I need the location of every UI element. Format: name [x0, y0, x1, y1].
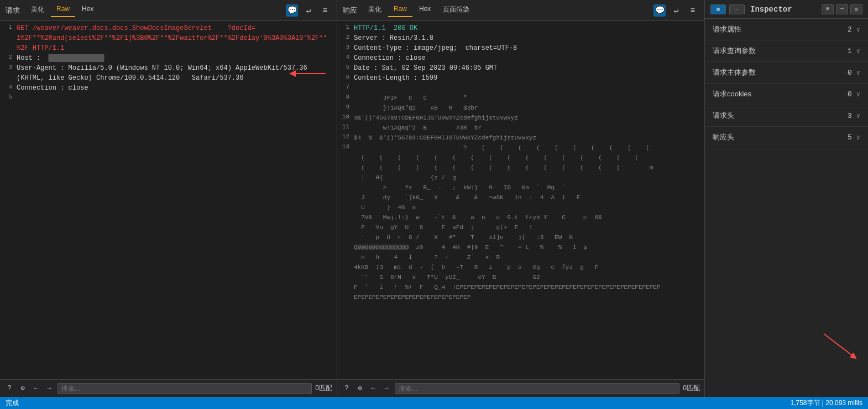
response-line-7: 7	[337, 83, 704, 93]
request-line-4: 4 Connection : close	[0, 83, 337, 93]
chevron-down-icon-2: ∨	[856, 69, 860, 77]
section-count-query-params: 1	[848, 47, 852, 55]
response-chat-icon[interactable]: 💬	[653, 4, 666, 17]
request-line-3: 3 User-Agent : Mozilla/5.0 (Windows NT 1…	[0, 63, 337, 83]
request-footer: ? ⚙ ← → 0匹配	[0, 379, 337, 397]
response-line-2: 2 Server : Resin/3.1.8	[337, 33, 704, 43]
request-title: 请求	[6, 6, 20, 15]
inspector-section-body-params[interactable]: 请求主体参数 0 ∨	[705, 62, 868, 84]
response-tabs: 美化 Raw Hex 页面渲染	[363, 3, 475, 17]
request-menu-icon[interactable]: ≡	[319, 4, 331, 17]
section-count-request-headers: 3	[848, 112, 852, 120]
request-chat-icon[interactable]: 💬	[286, 4, 298, 17]
inspector-section-cookies[interactable]: 请求cookies 0 ∨	[705, 84, 868, 105]
request-line-2: 2 Host : ██████████████	[0, 53, 337, 63]
inspector-align-icon[interactable]: ≡	[822, 4, 834, 14]
section-count-body-params: 0	[848, 69, 852, 77]
response-settings-icon[interactable]: ⚙	[355, 384, 365, 394]
request-newline-icon[interactable]: ↵	[302, 4, 315, 17]
response-search-input[interactable]	[395, 383, 679, 394]
request-back-icon[interactable]: ←	[31, 384, 41, 394]
section-label-request-headers: 请求头	[713, 111, 848, 121]
response-line-1: 1 HTTP/1.1 200 OK	[337, 23, 704, 33]
response-header: 响应 美化 Raw Hex 页面渲染 💬 ↵ ≡	[337, 0, 704, 21]
request-line-1: 1 GET /weaver/weaver.docs.docs.ShowDocsI…	[0, 23, 337, 53]
response-line-6: 6 Content-Length : 1599	[337, 73, 704, 83]
request-match-count: 0匹配	[315, 384, 332, 393]
section-label-request-attr: 请求属性	[713, 24, 848, 34]
inspector-layout-btn-1[interactable]: ▦	[710, 4, 726, 14]
section-label-query-params: 请求查询参数	[713, 46, 848, 56]
tab-raw[interactable]: Raw	[51, 3, 75, 17]
chevron-down-icon-1: ∨	[856, 47, 860, 55]
request-search-input[interactable]	[57, 383, 312, 394]
tab-hex[interactable]: Hex	[76, 3, 99, 17]
chevron-down-icon-3: ∨	[856, 90, 860, 99]
response-line-3: 3 Content-Type : image/jpeg; charset=UTF…	[337, 43, 704, 53]
response-line-11: 11 w!1AQaq"2 B #3R br	[337, 123, 704, 133]
tab-response-render[interactable]: 页面渲染	[437, 3, 475, 17]
response-content: 1 HTTP/1.1 200 OK 2 Server : Resin/3.1.8…	[337, 21, 704, 379]
tab-beautify[interactable]: 美化	[25, 3, 50, 17]
chevron-down-icon-0: ∨	[856, 25, 860, 34]
request-help-icon[interactable]: ?	[4, 384, 14, 394]
response-menu-icon[interactable]: ≡	[687, 4, 699, 17]
inspector-layout-btn-2[interactable]: ─	[729, 4, 745, 14]
response-panel: 响应 美化 Raw Hex 页面渲染 💬 ↵ ≡ 1 HTTP/1.1 200 …	[337, 0, 705, 397]
request-header-icons: 💬 ↵ ≡	[286, 4, 331, 17]
inspector-header: ▦ ─ Inspector ≡ ─ ⚙	[705, 0, 868, 19]
request-panel: 请求 美化 Raw Hex 💬 ↵ ≡	[0, 0, 337, 397]
response-footer: ? ⚙ ← → 0匹配	[337, 379, 704, 397]
response-line-5: 5 Date : Sat, 02 Sep 2023 09:46:05 GMT	[337, 63, 704, 73]
inspector-title: Inspector	[750, 5, 792, 14]
response-forward-icon[interactable]: →	[381, 384, 391, 394]
bottom-arrow-annotation	[818, 328, 862, 364]
tab-response-beautify[interactable]: 美化	[363, 3, 387, 17]
status-left-text: 完成	[6, 398, 790, 408]
status-bar: 完成 1,758字节 | 20,093 millis	[0, 397, 868, 409]
inspector-header-icons: ≡ ─ ⚙	[822, 4, 862, 14]
inspector-section-query-params[interactable]: 请求查询参数 1 ∨	[705, 40, 868, 62]
response-line-4: 4 Connection : close	[337, 53, 704, 63]
response-header-icons: 💬 ↵ ≡	[653, 4, 699, 17]
section-count-request-attr: 2	[848, 25, 852, 34]
request-settings-icon[interactable]: ⚙	[18, 384, 28, 394]
request-header: 请求 美化 Raw Hex 💬 ↵ ≡	[0, 0, 337, 21]
section-label-cookies: 请求cookies	[713, 89, 848, 99]
inspector-section-request-attr[interactable]: 请求属性 2 ∨	[705, 19, 868, 40]
request-line-5: 5	[0, 93, 337, 103]
chevron-down-icon-4: ∨	[856, 112, 860, 120]
response-help-icon[interactable]: ?	[342, 384, 352, 394]
section-label-body-params: 请求主体参数	[713, 68, 848, 77]
response-title: 响应	[343, 6, 357, 15]
inspector-body: 请求属性 2 ∨ 请求查询参数 1 ∨ 请求主体参数 0 ∨ 请求cookies…	[705, 19, 868, 208]
inspector-section-request-headers[interactable]: 请求头 3 ∨	[705, 105, 868, 127]
request-forward-icon[interactable]: →	[44, 384, 54, 394]
response-back-icon[interactable]: ←	[368, 384, 378, 394]
tab-response-raw[interactable]: Raw	[388, 3, 412, 17]
tab-response-hex[interactable]: Hex	[414, 3, 436, 17]
section-label-response-headers: 响应头	[713, 132, 848, 142]
response-match-count: 0匹配	[683, 384, 700, 393]
request-tabs: 美化 Raw Hex	[25, 3, 99, 17]
response-line-10: 10 %&'()*456789:CDEFGHIJSTUVWXYZcdefghij…	[337, 113, 704, 123]
response-line-13: 13 ? ( ( ( ( ( ( ( ( ( ( ( ( ( ( ( ( ( (…	[337, 143, 704, 302]
response-line-8: 8 JFIF C C "	[337, 93, 704, 103]
chevron-down-icon-5: ∨	[856, 133, 860, 142]
status-right-text: 1,758字节 | 20,093 millis	[790, 398, 862, 408]
svg-line-3	[824, 334, 854, 357]
inspector-settings-icon[interactable]: ⚙	[850, 4, 862, 14]
inspector-section-response-headers[interactable]: 响应头 5 ∨	[705, 127, 868, 148]
section-count-response-headers: 5	[848, 133, 852, 142]
section-count-cookies: 0	[848, 90, 852, 99]
response-line-12: 12 $4 % &'()*56789:CDEFGHIJSTUVWXYZcdefg…	[337, 133, 704, 143]
response-line-9: 9 }!1AQa"q2 #B R $3br	[337, 103, 704, 113]
inspector-panel: ▦ ─ Inspector ≡ ─ ⚙ 请求属性 2 ∨ 请求查询参数 1 ∨ …	[705, 0, 868, 397]
inspector-minimize-icon[interactable]: ─	[836, 4, 848, 14]
request-content: 1 GET /weaver/weaver.docs.docs.ShowDocsI…	[0, 21, 337, 379]
response-newline-icon[interactable]: ↵	[670, 4, 682, 17]
